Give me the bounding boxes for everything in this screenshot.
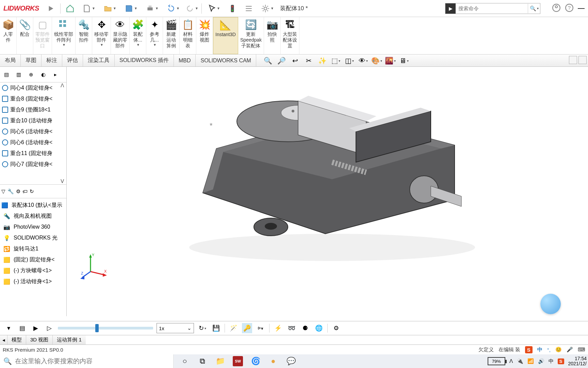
filter-icon[interactable]: ▽ bbox=[1, 188, 5, 195]
tray-ime-icon[interactable]: 中 bbox=[549, 358, 554, 365]
add-key-icon[interactable]: 🗝 bbox=[256, 323, 266, 333]
redo-icon[interactable]: ▼ bbox=[184, 1, 199, 16]
ribbon-new-motion-study[interactable]: 🎬新建 运动 算例 bbox=[163, 17, 180, 54]
ribbon-show-hidden[interactable]: 👁显示隐 藏的零 部件 bbox=[111, 17, 130, 54]
mate-item[interactable]: 重合8 (固定钳身< bbox=[0, 93, 66, 104]
zoom-fit-icon[interactable]: 🔍 bbox=[262, 56, 274, 66]
print-icon[interactable]: ▼ bbox=[142, 1, 162, 16]
ribbon-linear-pattern[interactable]: 线性零部 件阵列▼ bbox=[52, 17, 76, 54]
tree-root[interactable]: 🟦装配体10 (默认<显示 bbox=[0, 200, 66, 211]
zoom-area-icon[interactable]: 🔎 bbox=[276, 56, 287, 66]
contact-icon[interactable]: ⚈ bbox=[300, 323, 310, 333]
motor-icon[interactable]: ⚡ bbox=[273, 323, 283, 333]
mate-item[interactable]: 同心4 (固定钳身< bbox=[0, 82, 66, 93]
feature-tree-tab-icon[interactable]: ▤ bbox=[1, 70, 12, 80]
solidworks-taskbar-icon[interactable]: SW bbox=[233, 356, 243, 366]
tree-item[interactable]: 🟨(固定) 固定钳身< bbox=[0, 254, 66, 265]
edit-appearance-icon[interactable]: 🎨▾ bbox=[371, 56, 382, 66]
ribbon-instant3d[interactable]: 📐Instant3D bbox=[213, 17, 238, 54]
chrome-icon[interactable]: ● bbox=[268, 356, 278, 366]
calculate-icon[interactable]: ▤ bbox=[17, 323, 27, 333]
view-orientation-icon[interactable]: ⬚▾ bbox=[330, 56, 342, 66]
bottom-tab-nav-icon[interactable]: ◂ bbox=[0, 335, 7, 344]
motion-dropdown-icon[interactable]: ▾ bbox=[3, 323, 14, 333]
tab-annotate[interactable]: 标注 bbox=[42, 55, 62, 66]
hide-show-icon[interactable]: 👁▾ bbox=[357, 56, 369, 66]
undo-icon[interactable]: ▼ bbox=[163, 1, 183, 16]
view-settings-icon[interactable]: 🖥▾ bbox=[398, 56, 410, 66]
playback-speed-slider[interactable] bbox=[58, 327, 153, 329]
tray-volume-icon[interactable]: 🔊 bbox=[538, 358, 544, 364]
loop-icon[interactable]: ↻▾ bbox=[197, 323, 208, 333]
filter-opt4-icon[interactable]: ↻ bbox=[30, 188, 34, 195]
user-icon[interactable] bbox=[552, 3, 561, 13]
ribbon-reference-geometry[interactable]: ✦参考 几...▼ bbox=[146, 17, 163, 54]
dynamic-annotation-icon[interactable]: ✨ bbox=[316, 56, 328, 66]
save-animation-icon[interactable]: 💾 bbox=[211, 323, 221, 333]
mate-item[interactable]: 同心5 (活动钳身< bbox=[0, 126, 66, 137]
mate-item[interactable]: 同心6 (活动钳身< bbox=[0, 137, 66, 148]
cortana-icon[interactable]: ○ bbox=[180, 356, 190, 366]
filter-opt2-icon[interactable]: ⚙ bbox=[16, 188, 20, 195]
ribbon-mate[interactable]: 📎配合 bbox=[17, 17, 33, 54]
list-icon[interactable] bbox=[241, 1, 256, 16]
new-file-icon[interactable]: ▼ bbox=[79, 1, 99, 16]
filter-opt1-icon[interactable]: 🔧 bbox=[7, 188, 14, 195]
gear-icon[interactable]: ▼ bbox=[258, 1, 277, 16]
battery-indicator[interactable]: 79% bbox=[488, 357, 505, 365]
mate-item[interactable]: 重合11 (固定钳身 bbox=[0, 148, 66, 159]
mate-item[interactable]: 重合9 (垫圈18<1 bbox=[0, 104, 66, 115]
panel-toggle-right[interactable] bbox=[578, 56, 587, 64]
tab-mbd[interactable]: MBD bbox=[174, 55, 196, 66]
app-icon-1[interactable]: 🌀 bbox=[250, 356, 261, 366]
tab-cam[interactable]: SOLIDWORKS CAM bbox=[196, 55, 256, 66]
bottom-tab-motion-study[interactable]: 运动算例 1 bbox=[53, 335, 86, 344]
ime-punct-icon[interactable]: °, bbox=[547, 347, 551, 353]
tab-sketch[interactable]: 草图 bbox=[21, 55, 42, 66]
ribbon-move-component[interactable]: ✥移动零 部件▼ bbox=[92, 17, 111, 54]
dimxpert-tab-icon[interactable]: ◐ bbox=[38, 70, 48, 80]
property-manager-tab-icon[interactable]: ▥ bbox=[14, 70, 24, 80]
tray-clock[interactable]: 17:54 2021/12/ bbox=[568, 356, 587, 367]
ime-mic-icon[interactable]: 🎤 bbox=[567, 347, 573, 353]
tree-item[interactable]: 💡SOLIDWORKS 光 bbox=[0, 232, 66, 243]
bottom-tab-model[interactable]: 模型 bbox=[7, 335, 26, 344]
search-box[interactable]: ▶ 🔍▾ bbox=[445, 3, 540, 14]
tab-evaluate[interactable]: 评估 bbox=[62, 55, 83, 66]
ribbon-update-speedpak[interactable]: 🔄更新 Speedpak 子装配体 bbox=[238, 17, 264, 54]
animation-wizard-icon[interactable]: 🪄 bbox=[228, 323, 239, 333]
file-explorer-icon[interactable]: 📁 bbox=[215, 356, 225, 366]
scroll-down-icon[interactable]: ꓦ bbox=[61, 178, 64, 184]
mate-item[interactable]: 同心7 (固定钳身< bbox=[0, 159, 66, 170]
ribbon-insert-components[interactable]: 📦人零 件 bbox=[0, 17, 17, 54]
traffic-light-icon[interactable] bbox=[225, 1, 240, 16]
open-folder-icon[interactable]: ▼ bbox=[100, 1, 120, 16]
search-input[interactable] bbox=[456, 5, 528, 11]
ribbon-take-snapshot[interactable]: 📷拍快 照 bbox=[264, 17, 281, 54]
apply-scene-icon[interactable]: 🌇▾ bbox=[385, 56, 396, 66]
tab-render[interactable]: 渲染工具 bbox=[83, 55, 115, 66]
scroll-up-icon[interactable]: ꓥ bbox=[61, 82, 64, 89]
tree-item[interactable]: 📷PhotoView 360 bbox=[0, 221, 66, 232]
ribbon-large-assembly[interactable]: 🏗大型装 配体设 置 bbox=[281, 17, 299, 54]
ime-indicator-icon[interactable]: S bbox=[525, 346, 533, 353]
windows-search[interactable]: 🔍 bbox=[0, 354, 174, 368]
panel-toggle-left[interactable] bbox=[569, 56, 577, 64]
windows-search-input[interactable] bbox=[15, 357, 173, 365]
ribbon-bom[interactable]: 📋材料 明细 表 bbox=[180, 17, 196, 54]
save-icon[interactable]: ▼ bbox=[121, 1, 141, 16]
tab-layout[interactable]: 布局 bbox=[0, 55, 21, 66]
filter-opt3-icon[interactable]: 🏷 bbox=[22, 188, 28, 194]
ime-emoji-icon[interactable]: 😊 bbox=[555, 347, 562, 353]
display-style-icon[interactable]: ◫▾ bbox=[344, 56, 355, 66]
tree-item[interactable]: 🟨(-) 方块螺母<1> bbox=[0, 265, 66, 276]
ribbon-assembly-features[interactable]: 🧩装配 体...▼ bbox=[130, 17, 146, 54]
search-magnifier-icon[interactable]: 🔍▾ bbox=[528, 4, 540, 13]
playback-speed-select[interactable]: 1x⌄ bbox=[157, 323, 194, 333]
task-view-icon[interactable]: ⧉ bbox=[197, 356, 208, 366]
bottom-tab-3dview[interactable]: 3D 视图 bbox=[26, 335, 53, 344]
assistant-orb-icon[interactable] bbox=[540, 294, 561, 314]
motion-options-icon[interactable]: ⚙ bbox=[331, 323, 341, 333]
tray-sogou-icon[interactable]: S bbox=[558, 358, 564, 364]
tab-addins[interactable]: SOLIDWORKS 插件 bbox=[115, 55, 174, 66]
